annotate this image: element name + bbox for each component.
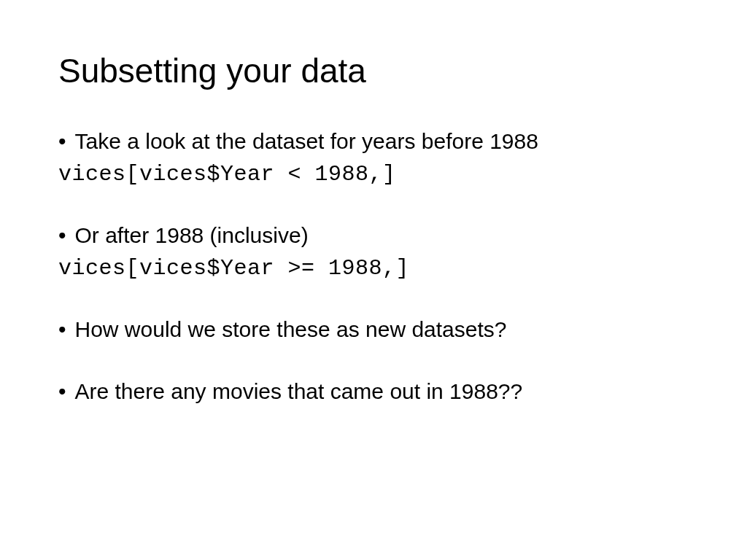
bullet-marker-icon: • — [58, 315, 66, 345]
bullet-item: • Take a look at the dataset for years b… — [58, 127, 689, 157]
bullet-marker-icon: • — [58, 221, 66, 251]
slide-content: • Take a look at the dataset for years b… — [58, 127, 689, 406]
bullet-marker-icon: • — [58, 377, 66, 407]
bullet-item: • How would we store these as new datase… — [58, 315, 689, 345]
bullet-marker-icon: • — [58, 127, 66, 157]
slide-title: Subsetting your data — [58, 51, 689, 90]
bullet-text: How would we store these as new datasets… — [75, 315, 689, 345]
bullet-text: Are there any movies that came out in 19… — [75, 377, 689, 407]
bullet-item: • Are there any movies that came out in … — [58, 377, 689, 407]
bullet-item: • Or after 1988 (inclusive) — [58, 221, 689, 251]
bullet-text: Take a look at the dataset for years bef… — [75, 127, 689, 157]
bullet-text: Or after 1988 (inclusive) — [75, 221, 689, 251]
code-snippet: vices[vices$Year < 1988,] — [58, 160, 689, 190]
code-snippet: vices[vices$Year >= 1988,] — [58, 254, 689, 284]
